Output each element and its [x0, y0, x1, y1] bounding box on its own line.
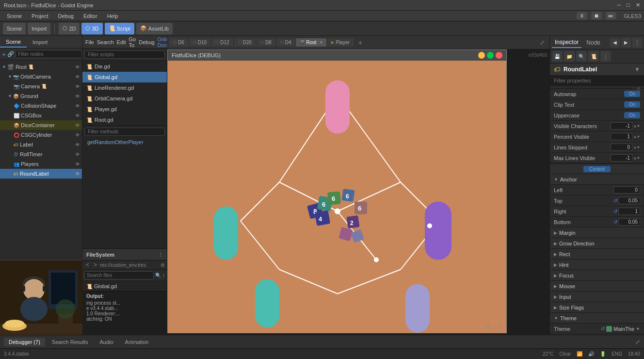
percent-visible-input[interactable]	[611, 133, 632, 140]
tree-item-csgcylinder[interactable]: ⭕ CSGCylinder 👁	[0, 130, 82, 140]
inspector-script-btn[interactable]: 📜	[588, 51, 599, 62]
inspector-history-back[interactable]: ◀	[610, 38, 620, 48]
edit-menu[interactable]: Edit	[117, 39, 126, 45]
grow-direction-section[interactable]: ▶ Grow Direction	[550, 238, 644, 249]
add-node-icon[interactable]: +	[2, 50, 6, 58]
menu-debug[interactable]: Debug	[54, 12, 77, 20]
script-item-orbitcamera[interactable]: 📜 OrbitCamera.gd	[82, 93, 167, 104]
tab-d12[interactable]: ⬡ D12	[211, 38, 233, 47]
max-lines-input[interactable]	[611, 154, 632, 162]
inspector-icons-btn[interactable]: ⋮	[632, 38, 642, 48]
import-tab-btn[interactable]: Import	[28, 23, 50, 34]
step-btn[interactable]: ⏭	[606, 12, 616, 19]
expand-viewport-icon[interactable]: ⤢	[537, 39, 547, 46]
tree-item-rolltimer[interactable]: ⏱ RollTimer 👁	[0, 149, 82, 159]
inspector-history-fwd[interactable]: ▶	[621, 38, 631, 48]
scene-tab[interactable]: Scene	[0, 37, 27, 48]
view-2d-btn[interactable]: ⬡ 2D	[59, 23, 80, 34]
root-tab-close[interactable]: ×	[320, 40, 323, 45]
add-tab-btn[interactable]: +	[354, 37, 366, 48]
component-dropdown-icon[interactable]: ▼	[634, 66, 640, 73]
anchor-right-input[interactable]	[618, 208, 640, 215]
inspector-view-btn[interactable]: 🔍	[576, 51, 587, 62]
goto-menu[interactable]: Go To	[129, 36, 136, 48]
filter-scripts-input[interactable]	[84, 50, 165, 59]
link-node-icon[interactable]: 🔗	[7, 51, 14, 57]
tree-item-orbitcamera[interactable]: ▼ 📷 OrbitCamera 👁	[0, 72, 82, 82]
top-refresh-icon[interactable]: ↺	[613, 198, 617, 203]
fs-sort-icon[interactable]: ↕	[162, 273, 165, 278]
tab-d4[interactable]: ⬡ D4	[276, 38, 295, 47]
fs-nav-right[interactable]: >	[92, 261, 98, 268]
bottom-tab-search[interactable]: Search Results	[47, 338, 93, 346]
tree-item-collisionshape[interactable]: 🔷 CollisionShape 👁	[0, 101, 82, 111]
root-eye-icon[interactable]: 👁	[75, 65, 80, 70]
filter-nodes-input[interactable]	[16, 50, 82, 58]
hint-section-header[interactable]: ▶ Hint	[550, 260, 644, 270]
tree-item-ground[interactable]: ▼ 📦 Ground 👁	[0, 91, 82, 101]
file-menu[interactable]: File	[85, 39, 94, 45]
fs-nav-left[interactable]: <	[84, 261, 91, 268]
view-3d-btn[interactable]: ⬡ 3D	[81, 23, 102, 34]
visible-chars-arrows[interactable]: ▲▼	[633, 124, 640, 128]
visible-chars-input[interactable]	[611, 122, 632, 130]
csgbox-eye-icon[interactable]: 👁	[75, 113, 80, 118]
tree-item-roundlabel[interactable]: 🏷 RoundLabel 👁	[0, 169, 82, 179]
script-item-die[interactable]: 📜 Die.gd	[82, 61, 167, 72]
rolltimer-eye-icon[interactable]: 👁	[75, 152, 80, 157]
tree-item-players[interactable]: 👥 Players 👁	[0, 159, 82, 169]
close-btn[interactable]: ✕	[636, 2, 640, 8]
win-minimize-btn[interactable]	[478, 52, 485, 59]
mouse-section-header[interactable]: ▶ Mouse	[550, 281, 644, 292]
script-item-root[interactable]: 📜 Root.gd	[82, 114, 167, 125]
prop-cliptext-value[interactable]: On	[624, 101, 640, 108]
tab-root[interactable]: 🎬 Root ×	[296, 38, 326, 47]
inspector-tab[interactable]: Inspector	[552, 37, 581, 48]
bottom-tab-audio[interactable]: Audio	[95, 338, 118, 346]
lines-skipped-input[interactable]	[611, 144, 632, 151]
orbitcamera-eye-icon[interactable]: 👁	[75, 74, 80, 80]
filter-properties-input[interactable]	[550, 76, 644, 86]
script-btn[interactable]: 📜 Script	[105, 23, 134, 34]
script-item-linerenderer[interactable]: 📜 LineRenderer.gd	[82, 82, 167, 93]
script-item-player[interactable]: 📜 Player.gd	[82, 104, 167, 114]
maximize-btn[interactable]: □	[627, 2, 630, 8]
script-item-global[interactable]: 📜 Global.gd	[82, 72, 167, 82]
minimize-btn[interactable]: ─	[617, 2, 621, 8]
anchor-left-input[interactable]	[613, 186, 640, 194]
max-lines-arrows[interactable]: ▲▼	[633, 156, 640, 160]
bottom-tab-debugger[interactable]: Debugger (7)	[4, 338, 45, 346]
fs-menu-icon[interactable]: ⋮	[158, 252, 163, 257]
percent-visible-arrows[interactable]: ▲▼	[633, 135, 640, 138]
inspector-save-btn[interactable]: 💾	[552, 51, 563, 62]
tab-d6[interactable]: ⬡ D6	[169, 38, 188, 47]
import-tab[interactable]: Import	[27, 37, 53, 47]
prop-uppercase-value[interactable]: On	[624, 112, 640, 118]
bottom-refresh-icon[interactable]: ↺	[613, 219, 617, 225]
tab-d8[interactable]: ⬡ D8	[257, 38, 275, 47]
menu-project[interactable]: Project	[28, 12, 52, 20]
tree-item-csgbox[interactable]: ⬜ CSGBox 👁	[0, 111, 82, 120]
win-maximize-btn[interactable]	[487, 52, 494, 59]
debug-menu[interactable]: Debug	[139, 39, 154, 45]
right-refresh-icon[interactable]: ↺	[613, 209, 617, 214]
inspector-folder-btn[interactable]: 📁	[564, 51, 575, 62]
margin-section-header[interactable]: ▶ Margin	[550, 228, 644, 238]
anchor-bottom-input[interactable]	[618, 218, 640, 226]
search-files-input[interactable]	[84, 271, 154, 279]
label-eye-icon[interactable]: 👁	[75, 142, 80, 147]
roundlabel-eye-icon[interactable]: 👁	[75, 171, 80, 177]
node-tab[interactable]: Node	[583, 38, 603, 48]
sizeflags-section-header[interactable]: ▶ Size Flags	[550, 302, 644, 313]
dicecontainer-eye-icon[interactable]: 👁	[75, 123, 80, 128]
camera-eye-icon[interactable]: 👁	[75, 84, 80, 89]
scene-tab-btn[interactable]: Scene	[3, 23, 26, 34]
filesystem-file-item[interactable]: 📜 Global.gd	[82, 281, 167, 291]
tab-d20[interactable]: ⬡ D20	[234, 38, 256, 47]
theme-dropdown-icon[interactable]: ▼	[636, 326, 640, 331]
search-menu[interactable]: Search	[97, 39, 114, 45]
anchor-header[interactable]: ▼ Anchor	[550, 174, 644, 185]
theme-refresh-icon[interactable]: ↺	[601, 326, 605, 331]
menu-help[interactable]: Help	[103, 12, 122, 20]
anchor-top-input[interactable]	[618, 197, 640, 204]
